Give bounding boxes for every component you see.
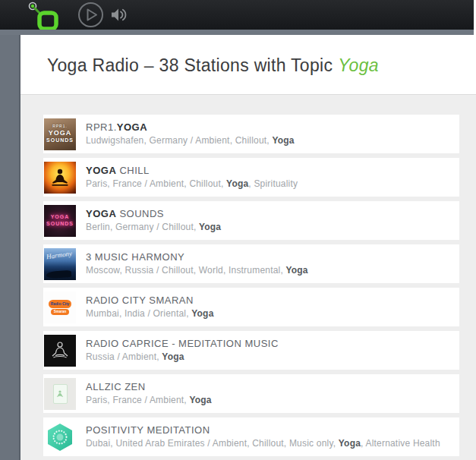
allzic-station-thumbnail <box>44 378 76 410</box>
page-header: Yoga Radio – 38 Stations with TopicYoga <box>20 35 476 95</box>
station-name: ALLZIC ZEN <box>86 382 212 392</box>
station-name: YOGA CHILL <box>86 165 298 176</box>
smaran-station-thumbnail: Radio CitySmaran <box>44 291 76 323</box>
station-subtitle: Russia / Ambient, Yoga <box>86 351 279 362</box>
station-name: POSITIVITY MEDITATION <box>86 425 440 436</box>
station-row[interactable]: ALLZIC ZENParis, France / Ambient, Yoga <box>43 374 459 413</box>
sounds-station-thumbnail: YOGASOUNDS <box>44 205 76 237</box>
page-title: Yoga Radio – 38 Stations with TopicYoga <box>47 55 379 76</box>
station-subtitle: Paris, France / Ambient, Chillout, Yoga,… <box>86 178 298 189</box>
lautfm-logo-icon[interactable] <box>26 1 59 31</box>
topic-highlight: Yoga <box>338 55 379 75</box>
station-meta: ALLZIC ZENParis, France / Ambient, Yoga <box>86 382 212 405</box>
rpr1-station-thumbnail: RPR1.YOGASOUNDS <box>44 118 76 150</box>
play-button[interactable] <box>77 2 104 28</box>
station-list: RPR1.YOGASOUNDSRPR1.YOGALudwigshafen, Ge… <box>20 95 476 460</box>
station-meta: RADIO CITY SMARANMumbai, India / Orienta… <box>86 295 214 319</box>
station-row[interactable]: Harmony3 MUSIC HARMONYMoscow, Russia / C… <box>43 244 459 283</box>
station-subtitle: Moscow, Russia / Chillout, World, Instru… <box>86 265 308 276</box>
station-subtitle: Paris, France / Ambient, Yoga <box>86 395 212 405</box>
station-subtitle: Berlin, Germany / Chillout, Yoga <box>86 222 221 232</box>
harmony-station-thumbnail: Harmony <box>44 248 76 280</box>
station-name: RPR1.YOGA <box>86 122 295 133</box>
caprice-station-thumbnail <box>44 335 76 367</box>
station-name: YOGA SOUNDS <box>86 209 221 219</box>
station-subtitle: Ludwigshafen, Germany / Ambient, Chillou… <box>86 135 295 146</box>
station-subtitle: Dubai, United Arab Emirates / Ambient, C… <box>86 438 440 449</box>
chill-station-thumbnail <box>44 162 76 194</box>
station-row[interactable]: POSITIVITY MEDITATIONDubai, United Arab … <box>43 417 459 456</box>
volume-icon[interactable] <box>110 8 127 22</box>
station-name: RADIO CAPRICE - MEDITATION MUSIC <box>86 339 279 349</box>
station-row[interactable]: RPR1.YOGASOUNDSRPR1.YOGALudwigshafen, Ge… <box>43 115 459 153</box>
station-meta: YOGA SOUNDSBerlin, Germany / Chillout, Y… <box>86 209 221 232</box>
station-row[interactable]: Radio CitySmaranRADIO CITY SMARANMumbai,… <box>43 288 459 326</box>
positivity-station-thumbnail <box>44 421 76 453</box>
toolbar-strip <box>0 30 474 35</box>
left-gutter <box>0 35 20 460</box>
station-row[interactable]: YOGASOUNDSYOGA SOUNDSBerlin, Germany / C… <box>43 201 459 240</box>
top-bar <box>0 0 474 30</box>
station-row[interactable]: YOGA CHILLParis, France / Ambient, Chill… <box>43 158 459 197</box>
station-meta: POSITIVITY MEDITATIONDubai, United Arab … <box>86 425 440 449</box>
station-subtitle: Mumbai, India / Oriental, Yoga <box>86 308 214 319</box>
station-meta: RPR1.YOGALudwigshafen, Germany / Ambient… <box>86 122 295 146</box>
station-meta: RADIO CAPRICE - MEDITATION MUSICRussia /… <box>86 339 279 362</box>
station-meta: YOGA CHILLParis, France / Ambient, Chill… <box>86 165 298 189</box>
page-title-text: Yoga Radio – 38 Stations with Topic <box>47 55 333 75</box>
station-row[interactable]: RADIO CAPRICE - MEDITATION MUSICRussia /… <box>43 331 459 370</box>
station-meta: 3 MUSIC HARMONYMoscow, Russia / Chillout… <box>86 252 308 276</box>
station-name: RADIO CITY SMARAN <box>86 295 214 306</box>
station-name: 3 MUSIC HARMONY <box>86 252 308 263</box>
